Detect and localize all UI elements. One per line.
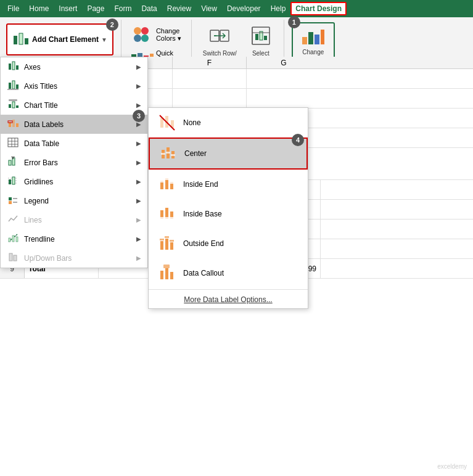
- svg-rect-30: [16, 105, 19, 108]
- watermark: exceldemy: [437, 463, 467, 470]
- svg-rect-57: [16, 237, 18, 242]
- trendline-icon: [7, 233, 19, 245]
- svg-rect-31: [9, 99, 17, 101]
- badge-3: 3: [133, 110, 145, 122]
- menu-item-data-table[interactable]: Data Table ▶: [1, 134, 147, 153]
- svg-rect-87: [170, 240, 174, 242]
- menu-item-trendline[interactable]: Trendline ▶: [1, 229, 147, 248]
- menu-item-data-labels-label: Data Labels: [24, 120, 131, 129]
- outside-end-icon: [157, 234, 177, 253]
- chart-title-icon: [7, 99, 19, 111]
- menu-file[interactable]: File: [2, 2, 24, 15]
- main-menu: Axes ▶ Axis Titles ▶ Chart Title ▶: [0, 57, 148, 268]
- gridlines-arrow: ▶: [136, 178, 141, 185]
- menu-form[interactable]: Form: [109, 2, 136, 15]
- svg-rect-79: [165, 217, 169, 219]
- inside-end-icon: [157, 174, 177, 194]
- add-chart-element-button[interactable]: 2 Add Chart Element ▼: [6, 23, 113, 55]
- sub-menu-item-center[interactable]: 4 Center: [149, 137, 308, 170]
- menu-insert[interactable]: Insert: [54, 2, 82, 15]
- legend-icon: [7, 195, 19, 207]
- more-data-label-options[interactable]: More Data Label Options...: [149, 291, 308, 308]
- select-data-icon: [250, 25, 271, 49]
- svg-rect-25: [12, 81, 15, 89]
- menu-item-updown-bars[interactable]: Up/Down Bars ▶: [1, 248, 147, 268]
- menu-help[interactable]: Help: [266, 2, 291, 15]
- error-bars-arrow: ▶: [136, 159, 141, 166]
- svg-point-3: [134, 27, 141, 35]
- menu-item-updown-bars-label: Up/Down Bars: [24, 254, 131, 263]
- sub-menu-item-none[interactable]: None: [149, 108, 308, 137]
- menu-item-gridlines[interactable]: Gridlines ▶: [1, 172, 147, 191]
- menu-home[interactable]: Home: [24, 2, 54, 15]
- menu-item-legend[interactable]: Legend ▶: [1, 191, 147, 210]
- axes-icon: [7, 61, 19, 73]
- trendline-arrow: ▶: [136, 236, 141, 242]
- badge-4: 4: [292, 134, 304, 146]
- svg-point-4: [141, 27, 149, 35]
- menu-chart-design[interactable]: Chart Design: [290, 2, 347, 15]
- badge-1: 1: [288, 16, 300, 28]
- svg-rect-33: [12, 120, 15, 127]
- lines-icon: [7, 214, 19, 226]
- svg-point-6: [141, 35, 149, 42]
- menu-view[interactable]: View: [196, 2, 222, 15]
- sub-menu-inside-end-label: Inside End: [183, 180, 218, 189]
- add-chart-arrow: ▼: [101, 36, 107, 43]
- sub-menu-divider: [149, 289, 308, 290]
- svg-rect-91: [163, 265, 170, 268]
- change-chart-type-icon: [301, 25, 326, 49]
- svg-rect-75: [170, 182, 174, 184]
- sub-menu-data-callout-label: Data Callout: [183, 269, 224, 277]
- svg-rect-58: [9, 253, 12, 261]
- legend-arrow: ▶: [136, 197, 141, 204]
- sub-menu-center-label: Center: [184, 149, 207, 158]
- menu-item-error-bars[interactable]: Error Bars ▶: [1, 153, 147, 172]
- none-icon: [157, 113, 177, 133]
- change-colors-icon: [131, 23, 154, 46]
- svg-rect-49: [9, 179, 11, 184]
- svg-rect-24: [9, 83, 11, 89]
- svg-rect-81: [170, 217, 174, 219]
- add-chart-label: Add Chart Element: [32, 35, 99, 44]
- menu-item-axis-titles[interactable]: Axis Titles ▶: [1, 76, 147, 96]
- svg-rect-50: [12, 177, 15, 184]
- menu-page[interactable]: Page: [82, 2, 109, 15]
- sub-menu-item-data-callout[interactable]: Data Callout: [149, 258, 308, 288]
- svg-rect-55: [9, 238, 10, 242]
- svg-rect-51: [9, 197, 12, 200]
- menu-item-lines-label: Lines: [24, 216, 131, 224]
- svg-rect-85: [165, 236, 169, 238]
- menu-item-axes[interactable]: Axes ▶: [1, 57, 147, 76]
- menu-item-data-labels[interactable]: 3 × Data Labels ▶: [1, 115, 147, 134]
- change-colors-button[interactable]: ChangeColors ▾: [129, 22, 184, 47]
- data-callout-icon: [157, 263, 177, 283]
- axes-arrow: ▶: [136, 64, 141, 70]
- svg-rect-53: [13, 198, 17, 199]
- svg-rect-88: [160, 271, 163, 279]
- svg-rect-54: [13, 202, 17, 203]
- menu-item-error-bars-label: Error Bars: [24, 158, 131, 167]
- menu-item-axes-label: Axes: [24, 63, 131, 72]
- svg-rect-89: [165, 268, 168, 279]
- menu-developer[interactable]: Developer: [222, 2, 266, 15]
- badge-2: 2: [106, 18, 118, 31]
- menu-data[interactable]: Data: [136, 2, 162, 15]
- svg-rect-52: [9, 201, 12, 204]
- menu-item-chart-title-label: Chart Title: [24, 101, 131, 110]
- menu-item-chart-title[interactable]: Chart Title ▶: [1, 96, 147, 115]
- svg-rect-28: [9, 104, 11, 108]
- svg-point-5: [134, 35, 141, 42]
- svg-rect-18: [308, 32, 313, 44]
- switch-row-column-icon: [209, 25, 230, 49]
- sub-menu-item-inside-end[interactable]: Inside End: [149, 170, 308, 199]
- gridlines-icon: [7, 176, 19, 187]
- menu-item-lines[interactable]: Lines ▶: [1, 210, 147, 229]
- svg-rect-73: [165, 178, 169, 180]
- svg-rect-0: [14, 36, 17, 44]
- sub-menu-item-outside-end[interactable]: Outside End: [149, 229, 308, 258]
- axis-titles-arrow: ▶: [136, 83, 141, 89]
- menu-review[interactable]: Review: [162, 2, 196, 15]
- chart-element-icon: [12, 30, 30, 50]
- sub-menu-item-inside-base[interactable]: Inside Base: [149, 199, 308, 229]
